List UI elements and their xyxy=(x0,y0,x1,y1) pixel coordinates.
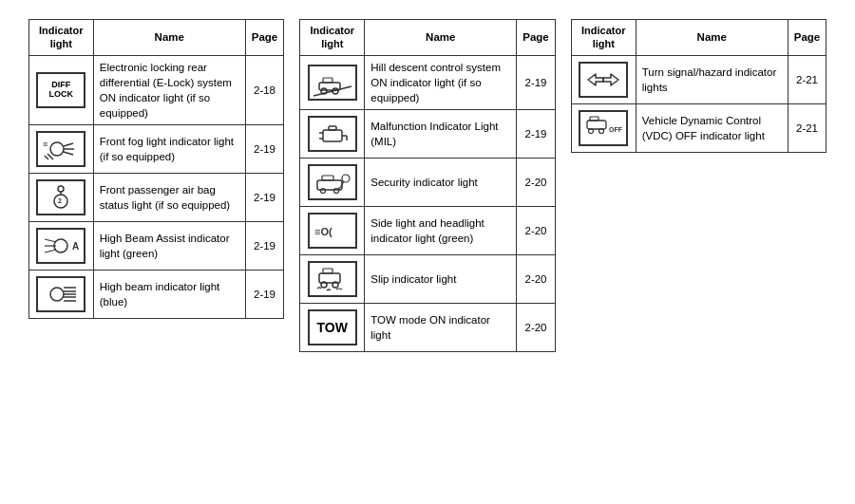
highbeam-icon xyxy=(36,276,86,312)
page-cell: 2-19 xyxy=(245,270,284,318)
table-row: Malfunction Indicator Light (MIL) 2-19 xyxy=(300,109,556,158)
icon-cell-sidelights: ≡O( xyxy=(300,206,365,254)
hill-svg xyxy=(312,67,353,98)
icon-cell-turnsignal xyxy=(571,55,636,103)
col-header-page-2: Page xyxy=(517,20,556,56)
slip-icon xyxy=(308,261,357,297)
turnsignal-icon xyxy=(579,62,628,98)
hba-icon: A xyxy=(36,228,86,264)
svg-rect-48 xyxy=(587,121,606,129)
col-header-page-3: Page xyxy=(788,20,826,56)
name-cell: Slip indicator light xyxy=(365,254,517,303)
tow-label: TOW xyxy=(317,320,348,335)
table-row: A High Beam Assist indicator light (gree… xyxy=(28,221,284,270)
svg-line-13 xyxy=(45,250,56,252)
hba-svg: A xyxy=(40,231,82,261)
svg-text:A: A xyxy=(72,241,79,252)
page-cell: 2-19 xyxy=(517,109,556,158)
highbeam-svg xyxy=(40,279,82,309)
icon-cell-tow: TOW xyxy=(300,303,365,351)
page-cell: 2-19 xyxy=(245,173,284,221)
table-row: OFF Vehicle Dynamic Control (VDC) OFF in… xyxy=(571,103,826,152)
security-svg xyxy=(312,167,353,197)
col-header-page-1: Page xyxy=(245,20,284,56)
security-icon xyxy=(308,164,357,200)
hill-descent-icon xyxy=(308,65,357,101)
name-cell: High Beam Assist indicator light (green) xyxy=(93,221,245,270)
page-cell: 2-21 xyxy=(788,55,826,103)
icon-cell-fog: ≡ xyxy=(28,124,93,173)
mil-icon xyxy=(308,116,357,152)
name-cell: High beam indicator light (blue) xyxy=(93,270,245,318)
icon-cell-hba: A xyxy=(28,221,93,270)
svg-rect-42 xyxy=(319,273,340,283)
icon-cell-slip xyxy=(300,254,365,303)
table-row: 2 Front passenger air bag status light (… xyxy=(28,173,284,221)
svg-text:≡: ≡ xyxy=(43,140,48,149)
table-row: High beam indicator light (blue) 2-19 xyxy=(28,270,284,318)
vdc-svg: OFF xyxy=(582,113,624,143)
icon-cell-airbag: 2 xyxy=(28,173,93,221)
mil-svg xyxy=(312,119,353,149)
svg-rect-27 xyxy=(323,130,342,141)
svg-text:≡O(: ≡O( xyxy=(314,226,332,237)
icon-cell-highbeam xyxy=(28,270,93,318)
table-row: Security indicator light 2-20 xyxy=(300,158,556,206)
svg-rect-28 xyxy=(329,126,336,130)
icon-cell-mil xyxy=(300,109,365,158)
svg-line-11 xyxy=(45,239,56,242)
name-cell: Vehicle Dynamic Control (VDC) OFF indica… xyxy=(636,103,788,152)
name-cell: Front passenger air bag status light (if… xyxy=(93,173,245,221)
svg-rect-49 xyxy=(590,117,598,121)
fog-front-icon: ≡ xyxy=(36,131,86,167)
page-cell: 2-18 xyxy=(245,55,284,124)
tables-wrapper: Indicatorlight Name Page DIFFLOCK Electr… xyxy=(28,19,827,352)
col-header-name-3: Name xyxy=(636,20,788,56)
tow-icon: TOW xyxy=(308,309,357,345)
svg-point-14 xyxy=(54,239,67,252)
page-cell: 2-20 xyxy=(517,206,556,254)
name-cell: Front fog light indicator light (if so e… xyxy=(93,124,245,173)
page-cell: 2-20 xyxy=(517,303,556,351)
indicator-table-2: Indicatorlight Name Page xyxy=(299,19,556,352)
col-header-name-1: Name xyxy=(93,20,245,56)
table-row: TOW TOW mode ON indicator light 2-20 xyxy=(300,303,556,351)
svg-line-3 xyxy=(64,152,73,155)
svg-point-7 xyxy=(58,186,64,192)
svg-marker-46 xyxy=(588,74,603,85)
sidelights-icon: ≡O( xyxy=(308,213,357,249)
name-cell: Turn signal/hazard indicator lights xyxy=(636,55,788,103)
name-cell: Side light and headlight indicator light… xyxy=(365,206,517,254)
col-header-indicator-2: Indicatorlight xyxy=(300,20,365,56)
fog-svg: ≡ xyxy=(40,134,82,164)
svg-point-37 xyxy=(342,175,350,182)
page-cell: 2-19 xyxy=(517,55,556,109)
icon-cell-vdc: OFF xyxy=(571,103,636,152)
table-row: DIFFLOCK Electronic locking rear differe… xyxy=(28,55,284,124)
page-cell: 2-21 xyxy=(788,103,826,152)
name-cell: Hill descent control system ON indicator… xyxy=(365,55,517,109)
name-cell: TOW mode ON indicator light xyxy=(365,303,517,351)
col-header-indicator-3: Indicatorlight xyxy=(571,20,636,56)
indicator-table-1: Indicatorlight Name Page DIFFLOCK Electr… xyxy=(28,19,285,319)
airbag-svg: 2 xyxy=(40,182,82,213)
icon-cell-hill xyxy=(300,55,365,109)
name-cell: Malfunction Indicator Light (MIL) xyxy=(365,109,517,158)
diff-lock-icon: DIFFLOCK xyxy=(36,72,86,108)
page-cell: 2-20 xyxy=(517,254,556,303)
icon-cell-diff-lock: DIFFLOCK xyxy=(28,55,93,124)
table-row: ≡O( Side light and headlight indicator l… xyxy=(300,206,556,254)
svg-point-16 xyxy=(50,288,64,301)
indicator-table-3: Indicatorlight Name Page xyxy=(571,19,827,153)
svg-text:OFF: OFF xyxy=(609,126,623,133)
svg-line-5 xyxy=(45,156,48,159)
airbag-icon: 2 xyxy=(36,179,86,215)
icon-cell-security xyxy=(300,158,365,206)
table-row: Hill descent control system ON indicator… xyxy=(300,55,556,109)
name-cell: Security indicator light xyxy=(365,158,517,206)
turnsignal-svg xyxy=(582,65,624,95)
page-cell: 2-19 xyxy=(245,221,284,270)
vdc-icon: OFF xyxy=(579,110,628,146)
svg-marker-47 xyxy=(603,74,618,85)
table-row: ≡ Front fog light indicator light (if so… xyxy=(28,124,284,173)
